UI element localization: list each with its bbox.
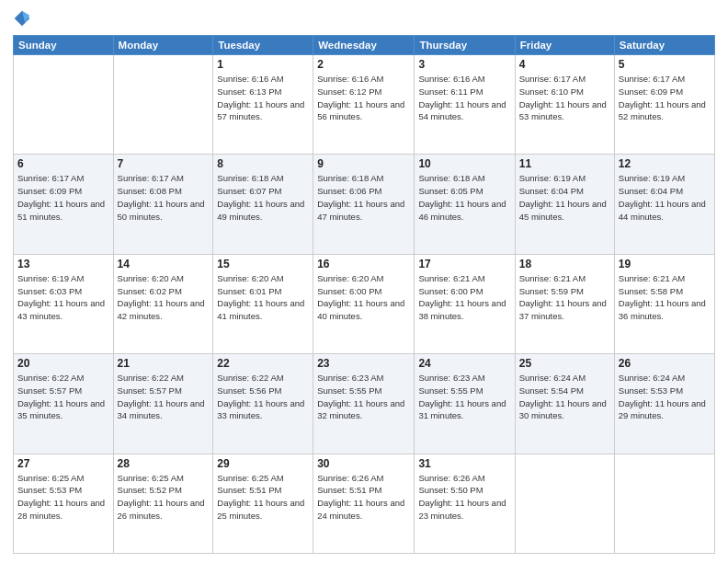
day-info: Sunrise: 6:22 AMSunset: 5:56 PMDaylight:… — [217, 372, 309, 422]
calendar-day-cell: 13Sunrise: 6:19 AMSunset: 6:03 PMDayligh… — [14, 254, 114, 353]
day-info: Sunrise: 6:25 AMSunset: 5:51 PMDaylight:… — [217, 472, 309, 523]
calendar-day-cell: 2Sunrise: 6:16 AMSunset: 6:12 PMDaylight… — [313, 55, 415, 155]
day-info: Sunrise: 6:22 AMSunset: 5:57 PMDaylight:… — [17, 372, 109, 422]
header — [13, 9, 715, 28]
day-number: 3 — [418, 58, 510, 71]
day-number: 19 — [619, 258, 711, 270]
weekday-header: Saturday — [614, 36, 714, 55]
day-number: 9 — [317, 157, 410, 170]
day-number: 12 — [619, 157, 711, 170]
calendar-day-cell: 9Sunrise: 6:18 AMSunset: 6:06 PMDaylight… — [313, 155, 415, 254]
calendar-day-cell: 11Sunrise: 6:19 AMSunset: 6:04 PMDayligh… — [515, 155, 614, 254]
day-info: Sunrise: 6:17 AMSunset: 6:08 PMDaylight:… — [118, 172, 210, 223]
day-info: Sunrise: 6:24 AMSunset: 5:53 PMDaylight:… — [619, 372, 711, 422]
calendar-day-cell: 27Sunrise: 6:25 AMSunset: 5:53 PMDayligh… — [14, 454, 114, 553]
calendar-day-cell: 31Sunrise: 6:26 AMSunset: 5:50 PMDayligh… — [415, 454, 515, 553]
day-number: 21 — [118, 357, 210, 370]
day-info: Sunrise: 6:26 AMSunset: 5:50 PMDaylight:… — [418, 472, 510, 523]
weekday-header: Wednesday — [313, 36, 415, 55]
day-info: Sunrise: 6:20 AMSunset: 6:02 PMDaylight:… — [118, 272, 210, 323]
weekday-header-row: SundayMondayTuesdayWednesdayThursdayFrid… — [14, 36, 715, 55]
day-number: 15 — [217, 258, 309, 270]
weekday-header: Sunday — [14, 36, 114, 55]
calendar-day-cell — [515, 454, 614, 553]
day-number: 8 — [217, 157, 309, 170]
day-info: Sunrise: 6:23 AMSunset: 5:55 PMDaylight:… — [418, 372, 510, 422]
day-info: Sunrise: 6:21 AMSunset: 6:00 PMDaylight:… — [418, 272, 510, 323]
weekday-header: Thursday — [415, 36, 515, 55]
logo-area — [13, 9, 37, 28]
day-info: Sunrise: 6:17 AMSunset: 6:09 PMDaylight:… — [619, 73, 711, 123]
calendar-day-cell: 30Sunrise: 6:26 AMSunset: 5:51 PMDayligh… — [313, 454, 415, 553]
day-number: 24 — [418, 357, 510, 370]
day-info: Sunrise: 6:21 AMSunset: 5:58 PMDaylight:… — [619, 272, 711, 323]
day-number: 23 — [317, 357, 410, 370]
calendar-day-cell — [113, 55, 213, 155]
weekday-header: Tuesday — [213, 36, 313, 55]
calendar-day-cell: 1Sunrise: 6:16 AMSunset: 6:13 PMDaylight… — [213, 55, 313, 155]
day-info: Sunrise: 6:19 AMSunset: 6:04 PMDaylight:… — [519, 172, 610, 223]
day-info: Sunrise: 6:20 AMSunset: 6:00 PMDaylight:… — [317, 272, 410, 323]
day-info: Sunrise: 6:25 AMSunset: 5:52 PMDaylight:… — [118, 472, 210, 523]
day-info: Sunrise: 6:25 AMSunset: 5:53 PMDaylight:… — [17, 472, 109, 523]
day-info: Sunrise: 6:16 AMSunset: 6:11 PMDaylight:… — [418, 73, 510, 123]
day-info: Sunrise: 6:19 AMSunset: 6:04 PMDaylight:… — [619, 172, 711, 223]
day-number: 7 — [118, 157, 210, 170]
day-info: Sunrise: 6:18 AMSunset: 6:06 PMDaylight:… — [317, 172, 410, 223]
day-info: Sunrise: 6:17 AMSunset: 6:10 PMDaylight:… — [519, 73, 610, 123]
day-number: 29 — [217, 457, 309, 470]
calendar-day-cell: 28Sunrise: 6:25 AMSunset: 5:52 PMDayligh… — [113, 454, 213, 553]
day-number: 17 — [418, 258, 510, 270]
day-info: Sunrise: 6:16 AMSunset: 6:13 PMDaylight:… — [217, 73, 309, 123]
day-number: 4 — [519, 58, 610, 71]
calendar-day-cell: 6Sunrise: 6:17 AMSunset: 6:09 PMDaylight… — [14, 155, 114, 254]
calendar-day-cell: 21Sunrise: 6:22 AMSunset: 5:57 PMDayligh… — [113, 354, 213, 454]
calendar-day-cell: 18Sunrise: 6:21 AMSunset: 5:59 PMDayligh… — [515, 254, 614, 353]
day-number: 30 — [317, 457, 410, 470]
calendar-table: SundayMondayTuesdayWednesdayThursdayFrid… — [13, 35, 715, 554]
calendar-day-cell: 25Sunrise: 6:24 AMSunset: 5:54 PMDayligh… — [515, 354, 614, 454]
day-info: Sunrise: 6:23 AMSunset: 5:55 PMDaylight:… — [317, 372, 410, 422]
calendar-day-cell: 7Sunrise: 6:17 AMSunset: 6:08 PMDaylight… — [113, 155, 213, 254]
calendar-day-cell: 14Sunrise: 6:20 AMSunset: 6:02 PMDayligh… — [113, 254, 213, 353]
calendar-day-cell: 8Sunrise: 6:18 AMSunset: 6:07 PMDaylight… — [213, 155, 313, 254]
calendar-day-cell: 29Sunrise: 6:25 AMSunset: 5:51 PMDayligh… — [213, 454, 313, 553]
weekday-header: Monday — [113, 36, 213, 55]
day-number: 5 — [619, 58, 711, 71]
day-info: Sunrise: 6:24 AMSunset: 5:54 PMDaylight:… — [519, 372, 610, 422]
logo-icon — [13, 9, 31, 28]
day-info: Sunrise: 6:17 AMSunset: 6:09 PMDaylight:… — [17, 172, 109, 223]
day-info: Sunrise: 6:20 AMSunset: 6:01 PMDaylight:… — [217, 272, 309, 323]
day-number: 25 — [519, 357, 610, 370]
calendar-day-cell: 17Sunrise: 6:21 AMSunset: 6:00 PMDayligh… — [415, 254, 515, 353]
calendar-day-cell: 10Sunrise: 6:18 AMSunset: 6:05 PMDayligh… — [415, 155, 515, 254]
day-number: 22 — [217, 357, 309, 370]
calendar-day-cell: 20Sunrise: 6:22 AMSunset: 5:57 PMDayligh… — [14, 354, 114, 454]
calendar-day-cell: 4Sunrise: 6:17 AMSunset: 6:10 PMDaylight… — [515, 55, 614, 155]
day-number: 2 — [317, 58, 410, 71]
day-number: 31 — [418, 457, 510, 470]
day-number: 20 — [17, 357, 109, 370]
day-info: Sunrise: 6:18 AMSunset: 6:05 PMDaylight:… — [418, 172, 510, 223]
day-number: 28 — [118, 457, 210, 470]
calendar-day-cell: 24Sunrise: 6:23 AMSunset: 5:55 PMDayligh… — [415, 354, 515, 454]
weekday-header: Friday — [515, 36, 614, 55]
page: SundayMondayTuesdayWednesdayThursdayFrid… — [0, 0, 728, 563]
calendar-day-cell: 16Sunrise: 6:20 AMSunset: 6:00 PMDayligh… — [313, 254, 415, 353]
day-number: 1 — [217, 58, 309, 71]
day-number: 6 — [17, 157, 109, 170]
day-number: 14 — [118, 258, 210, 270]
day-number: 16 — [317, 258, 410, 270]
day-info: Sunrise: 6:21 AMSunset: 5:59 PMDaylight:… — [519, 272, 610, 323]
calendar-day-cell: 22Sunrise: 6:22 AMSunset: 5:56 PMDayligh… — [213, 354, 313, 454]
calendar-day-cell: 15Sunrise: 6:20 AMSunset: 6:01 PMDayligh… — [213, 254, 313, 353]
day-info: Sunrise: 6:22 AMSunset: 5:57 PMDaylight:… — [118, 372, 210, 422]
day-info: Sunrise: 6:16 AMSunset: 6:12 PMDaylight:… — [317, 73, 410, 123]
day-number: 13 — [17, 258, 109, 270]
calendar-week-row: 6Sunrise: 6:17 AMSunset: 6:09 PMDaylight… — [14, 155, 715, 254]
calendar-day-cell: 23Sunrise: 6:23 AMSunset: 5:55 PMDayligh… — [313, 354, 415, 454]
day-number: 11 — [519, 157, 610, 170]
calendar-week-row: 13Sunrise: 6:19 AMSunset: 6:03 PMDayligh… — [14, 254, 715, 353]
day-info: Sunrise: 6:19 AMSunset: 6:03 PMDaylight:… — [17, 272, 109, 323]
day-number: 10 — [418, 157, 510, 170]
